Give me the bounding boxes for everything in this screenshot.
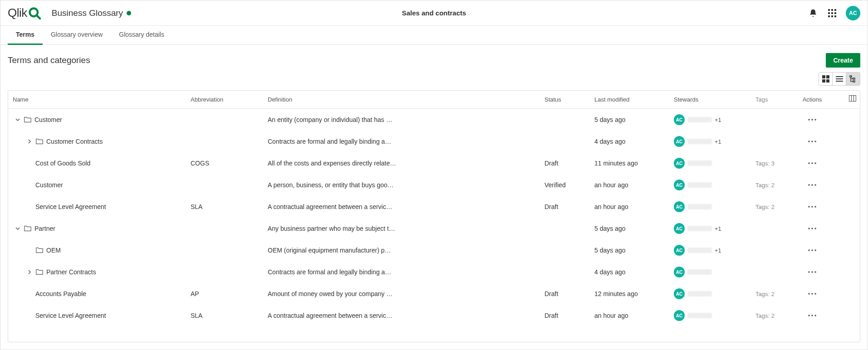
tab-glossary-overview[interactable]: Glossary overview <box>43 26 111 45</box>
table-row[interactable]: Accounts PayableAPAmount of money owed b… <box>8 283 860 305</box>
table-row[interactable]: CustomerAn entity (company or individual… <box>8 109 860 131</box>
notifications-button[interactable] <box>808 8 819 19</box>
table-row[interactable]: Service Level AgreementSLAA contractual … <box>8 305 860 326</box>
row-more-button[interactable] <box>805 180 819 190</box>
row-more-button[interactable] <box>805 223 819 234</box>
more-horizontal-icon <box>808 206 816 208</box>
cell-actions <box>796 245 828 256</box>
more-horizontal-icon <box>808 119 816 121</box>
tab-terms[interactable]: Terms <box>8 26 43 45</box>
table-row[interactable]: Customer ContractsContracts are formal a… <box>8 131 860 152</box>
steward-avatar: AC <box>674 201 685 212</box>
row-name-text: Service Level Agreement <box>35 312 106 319</box>
steward-avatar: AC <box>674 267 685 277</box>
svg-rect-13 <box>822 79 825 83</box>
folder-icon-wrap <box>35 246 44 254</box>
steward-extra-count: +1 <box>715 247 721 254</box>
cell-actions <box>796 223 828 234</box>
document-title: Sales and contracts <box>402 9 466 17</box>
page-header: Terms and categories Create <box>0 45 868 72</box>
cell-name: OEM <box>8 246 186 254</box>
view-tree-button[interactable] <box>846 73 860 85</box>
col-header-name[interactable]: Name <box>8 96 186 103</box>
tab-glossary-details[interactable]: Glossary details <box>111 26 172 45</box>
expand-toggle[interactable] <box>15 225 21 232</box>
col-header-definition[interactable]: Definition <box>263 96 540 103</box>
table-row[interactable]: PartnerAny business partner who may be s… <box>8 218 860 239</box>
product-logo[interactable]: Qlik <box>8 6 41 20</box>
cell-abbreviation: SLA <box>186 312 263 319</box>
table-row[interactable]: Partner ContractsContracts are formal an… <box>8 261 860 283</box>
svg-rect-5 <box>828 12 830 14</box>
expand-toggle[interactable] <box>26 138 33 145</box>
terms-table: Name Abbreviation Definition Status Last… <box>8 90 860 342</box>
cell-tags: Tags: 2 <box>751 204 796 210</box>
steward-name-redacted <box>687 269 712 275</box>
row-more-button[interactable] <box>805 267 819 277</box>
svg-rect-19 <box>853 78 855 79</box>
cell-last-modified: an hour ago <box>590 181 669 189</box>
cell-actions <box>796 180 828 190</box>
svg-point-28 <box>811 141 813 142</box>
table-row[interactable]: Service Level AgreementSLAA contractual … <box>8 196 860 218</box>
svg-rect-7 <box>834 12 836 14</box>
cell-name: Partner <box>8 224 186 233</box>
cell-last-modified: 5 days ago <box>590 116 669 123</box>
col-header-actions[interactable]: Actions <box>796 96 828 103</box>
steward-name-redacted <box>687 160 712 166</box>
col-header-last-modified[interactable]: Last modified <box>590 96 669 103</box>
column-settings-button[interactable] <box>849 95 856 102</box>
row-more-button[interactable] <box>805 288 819 299</box>
steward-name-redacted <box>687 313 712 318</box>
svg-point-41 <box>814 228 816 229</box>
cell-tags: Tags: 3 <box>751 160 796 167</box>
table-row[interactable]: CustomerA person, business, or entity th… <box>8 174 860 196</box>
more-horizontal-icon <box>808 315 816 316</box>
row-more-button[interactable] <box>805 114 819 125</box>
svg-point-40 <box>811 228 813 229</box>
col-header-stewards[interactable]: Stewards <box>669 96 751 103</box>
user-avatar[interactable]: AC <box>846 6 860 20</box>
table-header: Name Abbreviation Definition Status Last… <box>8 91 860 109</box>
cell-actions <box>796 201 828 212</box>
cell-last-modified: 4 days ago <box>590 138 669 145</box>
cell-last-modified: 5 days ago <box>590 247 669 254</box>
cell-definition: A contractual agreement between a servic… <box>263 203 540 210</box>
view-grid-button[interactable] <box>819 73 833 85</box>
row-more-button[interactable] <box>805 245 819 256</box>
topbar: Qlik Business Glossary Sales and contrac… <box>0 0 868 26</box>
cell-stewards: AC <box>669 158 751 169</box>
table-row[interactable]: OEMOEM (original equipment manufacturer)… <box>8 239 860 261</box>
row-more-button[interactable] <box>805 201 819 212</box>
apps-button[interactable] <box>827 8 838 19</box>
col-header-abbreviation[interactable]: Abbreviation <box>186 96 263 103</box>
row-more-button[interactable] <box>805 136 819 147</box>
view-list-button[interactable] <box>833 73 846 85</box>
cell-definition: All of the costs and expenses directly r… <box>263 160 540 167</box>
more-horizontal-icon <box>808 271 816 273</box>
expand-toggle <box>26 247 33 253</box>
expand-toggle[interactable] <box>26 269 33 275</box>
cell-abbreviation: AP <box>186 290 263 297</box>
svg-point-25 <box>811 119 813 121</box>
svg-point-30 <box>808 162 810 164</box>
row-name-text: Customer <box>34 116 62 123</box>
view-toggle <box>819 72 860 86</box>
cell-stewards: AC <box>669 201 751 212</box>
table-row[interactable]: Cost of Goods SoldCOGSAll of the costs a… <box>8 152 860 174</box>
row-more-button[interactable] <box>805 158 819 169</box>
col-header-status[interactable]: Status <box>540 96 590 103</box>
svg-rect-9 <box>831 15 833 17</box>
svg-point-44 <box>814 249 816 251</box>
col-header-tags[interactable]: Tags <box>751 96 796 103</box>
row-more-button[interactable] <box>805 310 819 321</box>
create-button[interactable]: Create <box>826 53 860 68</box>
svg-line-1 <box>37 15 40 19</box>
svg-point-35 <box>814 184 816 186</box>
expand-toggle[interactable] <box>15 117 21 123</box>
cell-stewards: AC+1 <box>669 114 751 125</box>
cell-definition: Any business partner who may be subject … <box>263 225 540 232</box>
svg-rect-11 <box>822 75 825 78</box>
svg-rect-15 <box>836 76 843 77</box>
steward-name-redacted <box>687 226 712 231</box>
